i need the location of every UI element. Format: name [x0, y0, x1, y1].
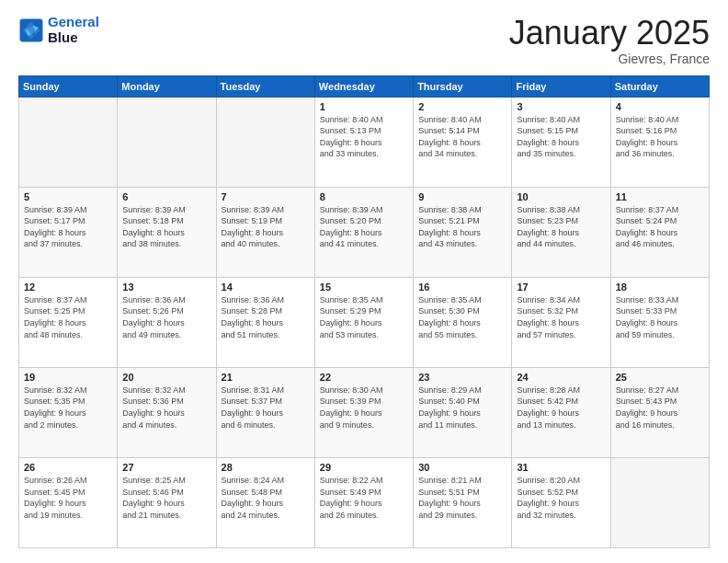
logo-line1: General: [48, 14, 99, 29]
day-detail: Sunrise: 8:39 AMSunset: 5:17 PMDaylight:…: [24, 204, 112, 250]
day-detail: Sunrise: 8:20 AMSunset: 5:52 PMDaylight:…: [517, 475, 605, 521]
day-number: 20: [122, 372, 210, 383]
day-cell: [610, 457, 709, 547]
day-cell: 9Sunrise: 8:38 AMSunset: 5:21 PMDaylight…: [414, 187, 512, 277]
day-cell: 30Sunrise: 8:21 AMSunset: 5:51 PMDayligh…: [414, 457, 512, 547]
day-detail: Sunrise: 8:40 AMSunset: 5:16 PMDaylight:…: [616, 114, 704, 160]
day-detail: Sunrise: 8:37 AMSunset: 5:25 PMDaylight:…: [24, 294, 112, 340]
logo-text: General Blue: [48, 15, 99, 45]
day-number: 4: [616, 101, 704, 112]
day-detail: Sunrise: 8:32 AMSunset: 5:35 PMDaylight:…: [24, 385, 112, 431]
header-row: SundayMondayTuesdayWednesdayThursdayFrid…: [19, 75, 710, 97]
logo-icon: [18, 17, 44, 43]
day-number: 18: [616, 282, 704, 293]
day-cell: 24Sunrise: 8:28 AMSunset: 5:42 PMDayligh…: [512, 367, 610, 457]
day-number: 29: [320, 462, 408, 473]
day-number: 3: [517, 101, 605, 112]
col-header-monday: Monday: [118, 75, 216, 97]
day-number: 2: [418, 101, 506, 112]
day-number: 12: [24, 282, 112, 293]
day-detail: Sunrise: 8:22 AMSunset: 5:49 PMDaylight:…: [320, 475, 408, 521]
day-cell: 27Sunrise: 8:25 AMSunset: 5:46 PMDayligh…: [118, 457, 216, 547]
day-cell: [19, 97, 118, 187]
day-detail: Sunrise: 8:31 AMSunset: 5:37 PMDaylight:…: [222, 385, 310, 431]
day-cell: 3Sunrise: 8:40 AMSunset: 5:15 PMDaylight…: [512, 97, 610, 187]
day-cell: 2Sunrise: 8:40 AMSunset: 5:14 PMDaylight…: [414, 97, 512, 187]
day-detail: Sunrise: 8:33 AMSunset: 5:33 PMDaylight:…: [616, 294, 704, 340]
day-cell: 18Sunrise: 8:33 AMSunset: 5:33 PMDayligh…: [610, 277, 709, 367]
day-detail: Sunrise: 8:27 AMSunset: 5:43 PMDaylight:…: [616, 385, 704, 431]
day-cell: 15Sunrise: 8:35 AMSunset: 5:29 PMDayligh…: [314, 277, 413, 367]
day-detail: Sunrise: 8:38 AMSunset: 5:23 PMDaylight:…: [517, 204, 605, 250]
day-detail: Sunrise: 8:34 AMSunset: 5:32 PMDaylight:…: [517, 294, 605, 340]
day-cell: 6Sunrise: 8:39 AMSunset: 5:18 PMDaylight…: [118, 187, 216, 277]
day-cell: 17Sunrise: 8:34 AMSunset: 5:32 PMDayligh…: [512, 277, 610, 367]
day-cell: 26Sunrise: 8:26 AMSunset: 5:45 PMDayligh…: [19, 457, 118, 547]
day-cell: 5Sunrise: 8:39 AMSunset: 5:17 PMDaylight…: [19, 187, 118, 277]
day-number: 9: [418, 191, 506, 202]
day-number: 26: [24, 462, 112, 473]
day-number: 24: [517, 372, 605, 383]
day-number: 1: [320, 101, 408, 112]
col-header-friday: Friday: [512, 75, 610, 97]
day-detail: Sunrise: 8:39 AMSunset: 5:20 PMDaylight:…: [320, 204, 408, 250]
day-number: 13: [122, 282, 210, 293]
day-cell: 22Sunrise: 8:30 AMSunset: 5:39 PMDayligh…: [314, 367, 413, 457]
day-cell: [118, 97, 216, 187]
day-detail: Sunrise: 8:39 AMSunset: 5:19 PMDaylight:…: [222, 204, 310, 250]
day-cell: 4Sunrise: 8:40 AMSunset: 5:16 PMDaylight…: [610, 97, 709, 187]
day-detail: Sunrise: 8:29 AMSunset: 5:40 PMDaylight:…: [418, 385, 506, 431]
location: Gievres, France: [509, 52, 710, 66]
day-cell: 7Sunrise: 8:39 AMSunset: 5:19 PMDaylight…: [216, 187, 314, 277]
day-number: 21: [222, 372, 310, 383]
day-number: 22: [320, 372, 408, 383]
day-cell: 31Sunrise: 8:20 AMSunset: 5:52 PMDayligh…: [512, 457, 610, 547]
week-row-4: 19Sunrise: 8:32 AMSunset: 5:35 PMDayligh…: [19, 367, 710, 457]
day-number: 7: [222, 191, 310, 202]
logo: General Blue: [18, 15, 99, 45]
day-cell: 23Sunrise: 8:29 AMSunset: 5:40 PMDayligh…: [414, 367, 512, 457]
day-number: 30: [418, 462, 506, 473]
day-detail: Sunrise: 8:32 AMSunset: 5:36 PMDaylight:…: [122, 385, 210, 431]
day-number: 8: [320, 191, 408, 202]
col-header-sunday: Sunday: [19, 75, 118, 97]
calendar-table: SundayMondayTuesdayWednesdayThursdayFrid…: [18, 75, 710, 548]
logo-line2: Blue: [48, 30, 99, 46]
day-cell: 13Sunrise: 8:36 AMSunset: 5:26 PMDayligh…: [118, 277, 216, 367]
day-number: 11: [616, 191, 704, 202]
day-number: 5: [24, 191, 112, 202]
col-header-saturday: Saturday: [610, 75, 709, 97]
day-number: 27: [122, 462, 210, 473]
day-detail: Sunrise: 8:35 AMSunset: 5:29 PMDaylight:…: [320, 294, 408, 340]
day-cell: 1Sunrise: 8:40 AMSunset: 5:13 PMDaylight…: [314, 97, 413, 187]
day-cell: 29Sunrise: 8:22 AMSunset: 5:49 PMDayligh…: [314, 457, 413, 547]
day-detail: Sunrise: 8:39 AMSunset: 5:18 PMDaylight:…: [122, 204, 210, 250]
day-detail: Sunrise: 8:38 AMSunset: 5:21 PMDaylight:…: [418, 204, 506, 250]
week-row-1: 1Sunrise: 8:40 AMSunset: 5:13 PMDaylight…: [19, 97, 710, 187]
day-number: 23: [418, 372, 506, 383]
day-number: 14: [222, 282, 310, 293]
day-cell: 16Sunrise: 8:35 AMSunset: 5:30 PMDayligh…: [414, 277, 512, 367]
week-row-5: 26Sunrise: 8:26 AMSunset: 5:45 PMDayligh…: [19, 457, 710, 547]
day-number: 28: [222, 462, 310, 473]
day-number: 10: [517, 191, 605, 202]
day-number: 16: [418, 282, 506, 293]
day-number: 25: [616, 372, 704, 383]
day-cell: 14Sunrise: 8:36 AMSunset: 5:28 PMDayligh…: [216, 277, 314, 367]
day-cell: 11Sunrise: 8:37 AMSunset: 5:24 PMDayligh…: [610, 187, 709, 277]
header: General Blue January 2025 Gievres, Franc…: [18, 15, 710, 66]
day-detail: Sunrise: 8:24 AMSunset: 5:48 PMDaylight:…: [222, 475, 310, 521]
title-block: January 2025 Gievres, France: [509, 15, 710, 66]
col-header-wednesday: Wednesday: [314, 75, 413, 97]
day-cell: 10Sunrise: 8:38 AMSunset: 5:23 PMDayligh…: [512, 187, 610, 277]
day-number: 6: [122, 191, 210, 202]
day-detail: Sunrise: 8:26 AMSunset: 5:45 PMDaylight:…: [24, 475, 112, 521]
week-row-3: 12Sunrise: 8:37 AMSunset: 5:25 PMDayligh…: [19, 277, 710, 367]
day-detail: Sunrise: 8:40 AMSunset: 5:13 PMDaylight:…: [320, 114, 408, 160]
day-detail: Sunrise: 8:37 AMSunset: 5:24 PMDaylight:…: [616, 204, 704, 250]
day-number: 19: [24, 372, 112, 383]
day-detail: Sunrise: 8:36 AMSunset: 5:26 PMDaylight:…: [122, 294, 210, 340]
col-header-tuesday: Tuesday: [216, 75, 314, 97]
page: General Blue January 2025 Gievres, Franc…: [0, 0, 728, 563]
day-cell: [216, 97, 314, 187]
